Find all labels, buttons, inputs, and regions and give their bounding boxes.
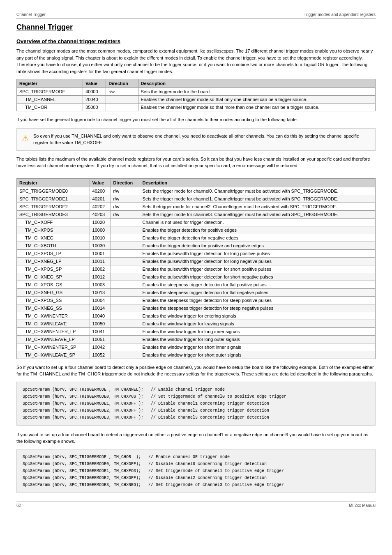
between-code-text: If you want to set up a four channel boa… — [16, 431, 376, 445]
table1-cell-description: Enables the channel trigger mode so that… — [138, 104, 376, 111]
table1-cell-value: 20040 — [83, 96, 106, 104]
table2-cell-description: Enables the pulsewidth trigger detection… — [140, 249, 375, 257]
table2-cell-direction — [111, 218, 140, 226]
table2-cell-description: Sets the trigger mode for channel1. Chan… — [140, 195, 375, 203]
table2-cell-description: Enables the steepness trigger detection … — [140, 304, 375, 312]
table2-cell-register: TM_CHXWINLEAVE — [17, 320, 90, 327]
table2-cell-register: TM_CHXNEG_GS — [17, 288, 90, 296]
table2-cell-register: TM_CHXPOS — [17, 226, 90, 234]
table2-cell-description: Enables the steepness trigger detection … — [140, 281, 375, 288]
footer-right: MI.2xx Manual — [349, 503, 376, 508]
table2-cell-value: 10052 — [90, 351, 111, 359]
table2-cell-description: Sets thetrigger mode for channel2. Chann… — [140, 203, 375, 210]
table2-cell-description: Channel is not used for trigger detectio… — [140, 218, 375, 226]
table2-cell-value: 10020 — [90, 218, 111, 226]
code-block-2: SpcSetParam (hDrv, SPC_TRIGGERMODE , TM_… — [16, 449, 376, 493]
table2-cell-direction — [111, 351, 140, 359]
warning-box: ⚠ So even if you use TM_CHANNEL and only… — [16, 128, 376, 151]
table2-cell-value: 10003 — [90, 281, 111, 288]
table2-cell-direction — [111, 288, 140, 296]
table2-cell-description: Enables the pulsewidth trigger detection… — [140, 265, 375, 273]
table2-cell-value: 40203 — [90, 210, 111, 218]
table2-cell-value: 10000 — [90, 226, 111, 234]
table2-cell-direction: r/w — [111, 187, 140, 195]
table2-cell-direction — [111, 226, 140, 234]
table2-cell-value: 10014 — [90, 304, 111, 312]
table2-cell-description: Enables the window trigger for leaving s… — [140, 320, 375, 327]
intro-paragraph: The channel trigger modes are the most c… — [16, 48, 376, 75]
table2-cell-direction — [111, 320, 140, 327]
table2-header-direction: Direction — [111, 178, 140, 187]
table2-cell-description: Enables the window trigger for entering … — [140, 312, 375, 320]
table1-cell-description: Sets the triggermode for the board. — [138, 88, 376, 96]
table2-cell-register: TM_CHXWINLEAVE_LP — [17, 335, 90, 343]
page-footer: 62 MI.2xx Manual — [16, 501, 376, 508]
table2-cell-direction: r/w — [111, 203, 140, 210]
table1-cell-value: 35000 — [83, 104, 106, 111]
table2-cell-value: 10051 — [90, 335, 111, 343]
table2-cell-description: Enables the trigger detection for negati… — [140, 234, 375, 242]
table1-cell-direction — [106, 104, 138, 111]
table2-cell-value: 10041 — [90, 327, 111, 335]
table2-cell-direction — [111, 296, 140, 304]
table2-cell-description: Enables the window trigger for short inn… — [140, 343, 375, 351]
table2-cell-value: 10030 — [90, 242, 111, 249]
table2-cell-value: 10010 — [90, 234, 111, 242]
table2-cell-direction — [111, 242, 140, 249]
table2-cell-direction: r/w — [111, 195, 140, 203]
table2-cell-register: TM_CHXWINLEAVE_SP — [17, 351, 90, 359]
table2-header-value: Value — [90, 178, 111, 187]
table2-cell-description: Enables the trigger detection for positi… — [140, 242, 375, 249]
footer-left: 62 — [16, 503, 21, 508]
table2-cell-register: TM_CHXNEG_SS — [17, 304, 90, 312]
table1-cell-direction: r/w — [106, 88, 138, 96]
table1-cell-register: TM_CHOR — [17, 104, 83, 111]
table2-cell-direction — [111, 249, 140, 257]
table2-cell-description: Enables the trigger detection for positi… — [140, 226, 375, 234]
table2-cell-value: 40201 — [90, 195, 111, 203]
table2-cell-direction — [111, 281, 140, 288]
table2-cell-register: TM_CHXWINENTER — [17, 312, 90, 320]
table2-cell-value: 10013 — [90, 288, 111, 296]
table2-cell-description: Enables the window trigger for long oute… — [140, 335, 375, 343]
table2-cell-value: 40202 — [90, 203, 111, 210]
table2-cell-direction — [111, 257, 140, 265]
after-table2-text: So if you want to set up a four channel … — [16, 364, 376, 378]
table2-cell-value: 10001 — [90, 249, 111, 257]
table2-cell-direction: r/w — [111, 210, 140, 218]
table2-cell-description: Enables the pulsewidth trigger detection… — [140, 273, 375, 281]
table2-cell-register: TM_CHXOFF — [17, 218, 90, 226]
header-right: Trigger modes and appendant registers — [304, 12, 376, 17]
table2-cell-direction — [111, 312, 140, 320]
table2-cell-register: SPC_TRIGGERMODE1 — [17, 195, 90, 203]
table2-cell-description: Enables the pulsewidth trigger detection… — [140, 257, 375, 265]
table2-cell-direction — [111, 327, 140, 335]
table2-cell-description: Enables the window trigger for short out… — [140, 351, 375, 359]
table2-cell-register: TM_CHXPOS_SS — [17, 296, 90, 304]
table2-cell-direction — [111, 335, 140, 343]
table2-cell-direction — [111, 343, 140, 351]
table2-cell-register: TM_CHXPOS_GS — [17, 281, 90, 288]
table2-cell-value: 40200 — [90, 187, 111, 195]
table2-cell-register: TM_CHXPOS_LP — [17, 249, 90, 257]
table2-cell-register: TM_CHXNEG_SP — [17, 273, 90, 281]
table2-cell-direction — [111, 265, 140, 273]
table2-cell-direction — [111, 273, 140, 281]
warning-text: So even if you use TM_CHANNEL and only w… — [33, 133, 370, 146]
table2: Register Value Direction Description SPC… — [16, 178, 376, 359]
table2-intro: The tables lists the maximum of the avai… — [16, 156, 376, 169]
table1-cell-description: Enables the channel trigger mode so that… — [138, 96, 376, 104]
table2-cell-register: TM_CHXPOS_SP — [17, 265, 90, 273]
table2-cell-description: Enables the steepness trigger detection … — [140, 288, 375, 296]
table2-cell-value: 10011 — [90, 257, 111, 265]
table1-cell-register: SPC_TRIGGERMODE — [17, 88, 83, 96]
table2-cell-register: TM_CHXWINENTER_LP — [17, 327, 90, 335]
table2-cell-value: 10004 — [90, 296, 111, 304]
table2-cell-direction — [111, 304, 140, 312]
table2-cell-register: SPC_TRIGGERMODE3 — [17, 210, 90, 218]
table2-cell-register: TM_CHXNEG_LP — [17, 257, 90, 265]
middle-text: If you have set the general triggermode … — [16, 116, 376, 123]
table2-cell-value: 10012 — [90, 273, 111, 281]
table1-header-register: Register — [17, 79, 83, 88]
table2-cell-register: TM_CHXBOTH — [17, 242, 90, 249]
